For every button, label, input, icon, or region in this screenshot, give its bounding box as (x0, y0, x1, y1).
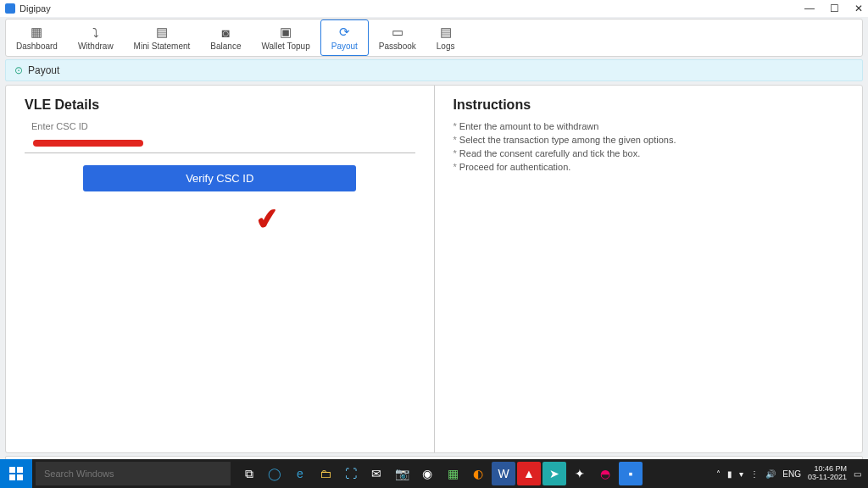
tab-label: Mini Statement (134, 42, 191, 51)
firefox-icon[interactable]: ◐ (466, 462, 490, 485)
clock-icon: ⊙ (14, 64, 23, 76)
main-content: VLE Details Enter CSC ID Verify CSC ID ✔… (5, 85, 863, 453)
tab-label: Balance (210, 42, 241, 51)
windows-icon (9, 467, 23, 480)
digipay-taskbar-icon[interactable]: ▪ (619, 462, 643, 485)
maximize-button[interactable]: ☐ (830, 3, 839, 14)
vle-panel: VLE Details Enter CSC ID Verify CSC ID ✔ (6, 86, 434, 452)
task-view-icon[interactable]: ⧉ (237, 462, 261, 485)
svg-rect-2 (9, 474, 15, 480)
sheets-icon[interactable]: ▦ (441, 462, 465, 485)
instructions-heading: Instructions (453, 97, 844, 113)
tab-label: Logs (437, 42, 455, 51)
taskbar-date: 03-11-2021 (808, 474, 847, 482)
tab-label: Dashboard (16, 42, 58, 51)
statement-icon: ▤ (156, 25, 168, 40)
tray-expand-icon[interactable]: ˄ (716, 469, 721, 479)
file-explorer-icon[interactable]: 🗀 (314, 462, 337, 485)
main-toolbar: ▦Dashboard ⤵Withdraw ▤Mini Statement ◙Ba… (5, 19, 863, 57)
network-icon[interactable]: ▾ (739, 469, 743, 479)
edge-icon[interactable]: e (288, 462, 312, 485)
logs-icon: ▤ (440, 25, 452, 40)
tab-label: Passbook (379, 42, 416, 51)
taskbar-apps: ⧉ ◯ e 🗀 ⛶ ✉ 📷 ◉ ▦ ◐ W ▲ ➤ ✦ ◓ ▪ (237, 462, 643, 485)
word-icon[interactable]: W (492, 462, 515, 485)
page-title: Payout (28, 64, 59, 76)
list-item: Read the consent carefully and tick the … (453, 148, 844, 158)
svg-rect-0 (9, 467, 15, 473)
tab-balance[interactable]: ◙Balance (200, 19, 251, 56)
list-item: Enter the amount to be withdrawn (453, 121, 844, 131)
withdraw-icon: ⤵ (92, 25, 99, 40)
cortana-icon[interactable]: ◯ (263, 462, 287, 485)
balance-icon: ◙ (222, 25, 230, 40)
passbook-icon: ▭ (392, 25, 403, 40)
windows-taskbar: ⧉ ◯ e 🗀 ⛶ ✉ 📷 ◉ ▦ ◐ W ▲ ➤ ✦ ◓ ▪ ˄ ▮ ▾ ⋮ … (0, 459, 868, 488)
payout-icon: ⟳ (339, 25, 350, 40)
svg-rect-1 (17, 467, 23, 473)
close-button[interactable]: ✕ (854, 3, 863, 14)
settings-icon[interactable]: ✦ (568, 462, 592, 485)
mail-icon[interactable]: ✉ (364, 462, 388, 485)
minimize-button[interactable]: — (804, 3, 815, 14)
pdf-icon[interactable]: ▲ (517, 462, 541, 485)
system-tray: ˄ ▮ ▾ ⋮ 🔊 ENG 10:46 PM 03-11-2021 ▭ (716, 465, 868, 482)
media-icon[interactable]: ◓ (593, 462, 617, 485)
chrome-icon[interactable]: ◉ (415, 462, 439, 485)
tab-label: Wallet Topup (261, 42, 309, 51)
wallet-icon: ▣ (280, 25, 292, 40)
taskbar-search-input[interactable] (36, 462, 231, 485)
tab-wallet-topup[interactable]: ▣Wallet Topup (251, 19, 320, 56)
svg-rect-3 (17, 474, 23, 480)
tab-mini-statement[interactable]: ▤Mini Statement (124, 19, 201, 56)
camera-icon[interactable]: 📷 (390, 462, 414, 485)
grid-icon: ▦ (31, 25, 42, 40)
tab-label: Withdraw (78, 42, 114, 51)
vle-heading: VLE Details (25, 97, 415, 113)
volume-icon[interactable]: 🔊 (765, 469, 776, 479)
window-titlebar: Digipay — ☐ ✕ (0, 0, 868, 17)
app-icon (5, 3, 15, 14)
csc-id-label: Enter CSC ID (31, 121, 415, 131)
start-button[interactable] (0, 459, 32, 488)
verify-csc-button[interactable]: Verify CSC ID (83, 165, 356, 191)
battery-icon[interactable]: ▮ (727, 469, 732, 479)
list-item: Select the transaction type among the gi… (453, 135, 844, 145)
page-header: ⊙ Payout (5, 59, 863, 81)
tab-dashboard[interactable]: ▦Dashboard (6, 19, 68, 56)
tab-label: Payout (331, 42, 358, 51)
telegram-icon[interactable]: ➤ (542, 462, 566, 485)
instructions-panel: Instructions Enter the amount to be with… (434, 86, 863, 452)
wifi-icon[interactable]: ⋮ (750, 469, 759, 479)
tab-payout[interactable]: ⟳Payout (320, 19, 369, 56)
notifications-icon[interactable]: ▭ (854, 469, 861, 479)
instructions-list: Enter the amount to be withdrawn Select … (453, 121, 844, 172)
taskbar-clock[interactable]: 10:46 PM 03-11-2021 (808, 465, 847, 482)
redacted-value (33, 140, 143, 147)
tab-passbook[interactable]: ▭Passbook (369, 19, 426, 56)
language-indicator[interactable]: ENG (782, 469, 801, 479)
tab-logs[interactable]: ▤Logs (426, 19, 465, 56)
tab-withdraw[interactable]: ⤵Withdraw (68, 19, 124, 56)
store-icon[interactable]: ⛶ (339, 462, 363, 485)
window-title: Digipay (19, 3, 51, 14)
